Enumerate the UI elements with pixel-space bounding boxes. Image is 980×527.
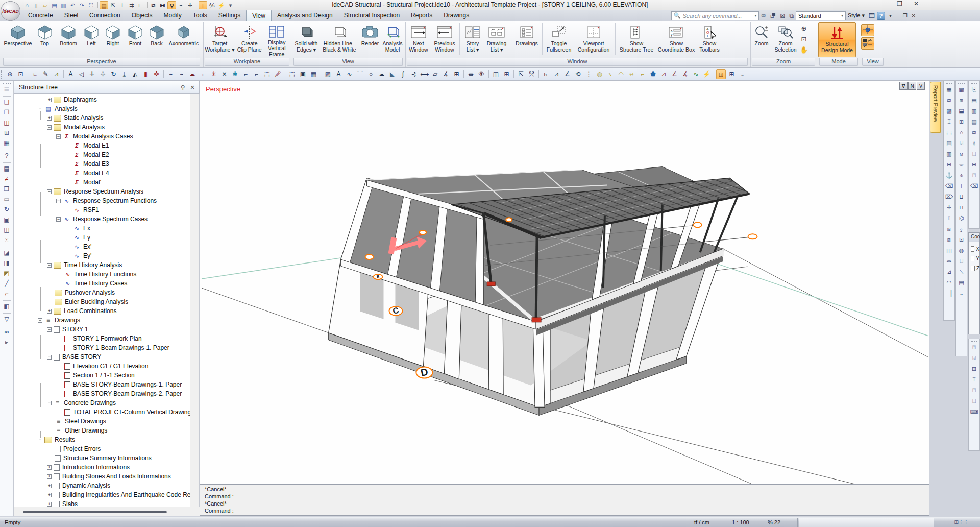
right-tool-col3b-1[interactable]: ⍗ <box>970 354 978 363</box>
tab-structural-inspection[interactable]: Structural Inspection <box>338 10 405 21</box>
right-tool-col1-17[interactable]: ⊿ <box>945 268 953 276</box>
ribbon-button-right[interactable]: Right <box>102 22 124 57</box>
ribbon-button-show-toolbars[interactable]: AOTShow Toolbars <box>697 22 722 57</box>
pan-button[interactable]: ✋ <box>799 45 809 55</box>
ribbon-button-top[interactable]: Top <box>34 22 56 57</box>
spline-icon[interactable]: ∫ <box>398 69 408 79</box>
ribbon-button-next-window[interactable]: Next Window <box>406 22 431 57</box>
swap-tool-icon[interactable]: ◫ <box>2 226 11 235</box>
tree-expander[interactable]: − <box>47 327 52 332</box>
right-tool-col1-18[interactable]: ◠ <box>945 278 953 287</box>
ribbon-button-viewport-configuration[interactable]: Viewport Configuration <box>574 22 614 57</box>
area-icon[interactable]: ▱ <box>430 69 440 79</box>
boot-icon[interactable]: ⌐ <box>638 69 647 79</box>
drop-icon[interactable]: ⤓ <box>119 69 129 79</box>
right-tool-col3-2[interactable]: ▥ <box>970 107 978 115</box>
move-copy-icon[interactable]: ✢ <box>98 69 108 79</box>
arc-icon[interactable]: ⌒ <box>355 69 365 79</box>
right-tool-col2-4[interactable]: ⌂ <box>957 128 966 137</box>
layer-icon[interactable]: ◫ <box>491 69 501 79</box>
right-tool-col3-0[interactable]: ⎘ <box>970 85 978 94</box>
right-tool-col3b-5[interactable]: ⌸ <box>970 397 978 405</box>
right-tool-col1-1[interactable]: ⧉ <box>945 96 953 105</box>
dim-3p-icon[interactable]: ∠ <box>562 69 572 79</box>
tree-item-modal-analysis-cases[interactable]: −ΣModal Analysis Cases <box>14 132 133 141</box>
ribbon-button-show-coordinate-box[interactable]: xyShow Coordinate Box <box>656 22 697 57</box>
grid-icon[interactable]: ▦ <box>309 69 318 79</box>
snap-x-icon[interactable]: ✱ <box>230 69 240 79</box>
circle-icon[interactable]: ○ <box>366 69 376 79</box>
mirror-icon[interactable]: ◭ <box>130 69 140 79</box>
sel-rect-icon[interactable]: ⬚ <box>262 69 272 79</box>
ribbon-button-show-structure-tree[interactable]: Show Structure Tree <box>617 22 656 57</box>
right-tool-col1-5[interactable]: ▤ <box>945 139 953 148</box>
tree-expander[interactable]: − <box>56 217 61 222</box>
status-zoom-percent[interactable]: % 22 <box>768 519 780 525</box>
curve-g-icon[interactable]: ∿ <box>691 69 701 79</box>
ribbon-button-previous-window[interactable]: Previous Window <box>431 22 458 57</box>
view-eye-icon[interactable]: 👁 <box>477 69 486 79</box>
cloud-icon[interactable]: ☁ <box>377 69 386 79</box>
right-tool-col2-8[interactable]: ⌽ <box>957 171 966 180</box>
right-tool-col2-17[interactable]: ⟍ <box>957 268 966 276</box>
tree-item-time-history-analysis[interactable]: −Time History Analysis <box>14 260 122 270</box>
tab-connection[interactable]: Connection <box>84 10 126 21</box>
weld-icon[interactable]: ☁ <box>187 69 197 79</box>
sel-grid-icon[interactable]: ▦ <box>2 139 11 148</box>
ribbon-button-create-clip-plane[interactable]: Create Clip Plane <box>236 22 263 57</box>
break-icon[interactable]: ✕ <box>219 69 229 79</box>
sel-story-icon[interactable]: ◫ <box>2 118 11 128</box>
right-tool-col3b-0[interactable]: ⍐ <box>970 343 978 352</box>
tree-item-base-story-beam-drawings-2-paper[interactable]: BASE STORY-Beam Drawings-2. Paper <box>14 389 182 398</box>
right-tool-col1-9[interactable]: ⌫ <box>945 182 953 190</box>
ribbon-button-front[interactable]: Front <box>124 22 146 57</box>
tree-item-modal-e3[interactable]: ΣModal E3 <box>14 159 109 169</box>
tree-item-response-spectrum-analysis[interactable]: −Response Spectrum Analysis <box>14 187 143 196</box>
tree-vscrollbar[interactable] <box>190 94 200 507</box>
tree-expander[interactable]: − <box>47 401 52 405</box>
status-resize-icon[interactable]: ⋮⋮ <box>959 519 969 525</box>
idecad-logo[interactable]: ideCAD <box>1 1 20 21</box>
ribbon-button-drawings[interactable]: Drawings <box>513 22 541 57</box>
level-icon[interactable]: ⫠ <box>198 69 208 79</box>
offset-icon[interactable]: ⊰ <box>409 69 419 79</box>
rotate-icon[interactable]: ↻ <box>109 69 118 79</box>
stack-tool-icon[interactable]: ▣ <box>2 215 11 225</box>
ribbon-button-analysis-model[interactable]: Analysis Model <box>381 22 404 57</box>
tab-modify[interactable]: Modify <box>158 10 187 21</box>
lamp-icon[interactable]: ◍ <box>595 69 604 79</box>
ribbon-button-structural-design-mode[interactable]: Structural Design Mode <box>818 22 856 57</box>
report-icon[interactable]: ▤ <box>2 164 11 174</box>
corner-tool-icon[interactable]: ⌐ <box>2 290 11 299</box>
tree-item-building-irregularities-and-earthquake-c[interactable]: +Building Irregularities And Earthquake … <box>14 490 190 499</box>
right-tool-col1-12[interactable]: ⎍ <box>945 214 953 223</box>
layout-icon[interactable]: ⊞ <box>502 69 511 79</box>
frame-tool-icon[interactable]: ◨ <box>2 259 11 268</box>
tree-item-euler-buckling-analysis[interactable]: Euler Buckling Analysis <box>14 297 128 306</box>
layer-down-icon[interactable]: ⮻ <box>770 12 776 19</box>
help-icon[interactable]: ? <box>877 12 885 20</box>
tree-expander[interactable]: − <box>38 107 42 111</box>
tree-expander[interactable]: − <box>56 199 61 203</box>
right-tool-col2-14[interactable]: ⊡ <box>957 235 966 244</box>
graph1-icon[interactable]: ⊿ <box>659 69 669 79</box>
ribbon-button-hidden-line-black-white[interactable]: Hidden Line - Black & White <box>320 22 359 57</box>
ribbon-button-toggle-fullscreen[interactable]: Toggle Fullscreen <box>544 22 574 57</box>
tree-item-base-story[interactable]: −BASE STORY <box>14 352 101 362</box>
tab-view[interactable]: View <box>246 10 272 21</box>
minimize-icon[interactable]: — <box>879 0 886 7</box>
tree-item-ey[interactable]: ∿Ey <box>14 233 90 242</box>
display-settings-toggle[interactable] <box>861 37 874 50</box>
graph2-icon[interactable]: ∠ <box>670 69 679 79</box>
right-tool-col1-3[interactable]: ⌶ <box>945 117 953 126</box>
search-input[interactable]: 🔍Search any command...▾ <box>671 11 759 20</box>
tree-item-diaphragms[interactable]: +Diaphragms <box>14 95 97 104</box>
section-tool-icon[interactable]: ≠ <box>2 175 11 184</box>
right-tool-col2-7[interactable]: ⌯ <box>957 160 966 169</box>
sel-add-icon[interactable]: ⊞ <box>2 129 11 138</box>
sel-window-icon[interactable]: ⬚ <box>287 69 297 79</box>
tree-item-modal-e2[interactable]: ΣModal E2 <box>14 150 109 159</box>
dim-icon[interactable]: ⟷ <box>420 69 429 79</box>
tab-settings[interactable]: Settings <box>213 10 246 21</box>
right-tool-col2-6[interactable]: ⍝ <box>957 150 966 158</box>
